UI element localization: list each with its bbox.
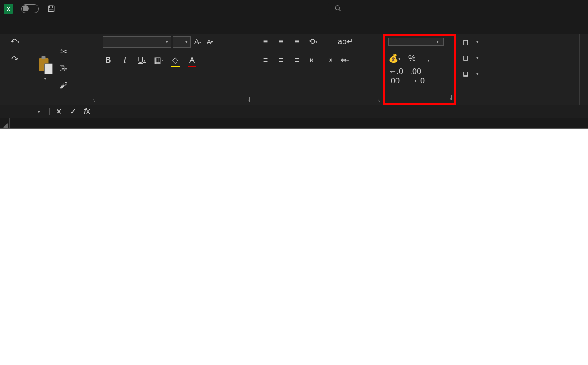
tab-home[interactable]: [21, 23, 37, 29]
svg-rect-6: [42, 56, 46, 59]
ribbon-tabs: [0, 18, 588, 34]
undo-button[interactable]: ↶: [10, 36, 20, 47]
tab-formulas[interactable]: [69, 23, 85, 29]
left-align-icon[interactable]: ≡: [260, 55, 271, 65]
group-undo: ↶ ↷: [0, 34, 30, 105]
orientation-icon[interactable]: ⟲: [308, 36, 318, 47]
fx-icon[interactable]: fx: [82, 106, 92, 117]
format-as-table-icon: ▦: [461, 54, 469, 62]
percent-format-icon[interactable]: %: [407, 53, 417, 64]
font-color-button[interactable]: A: [187, 55, 197, 65]
tab-help[interactable]: [132, 23, 148, 29]
tab-review[interactable]: [101, 23, 117, 29]
group-alignment: ≡ ≡ ≡ ⟲ ab↵ ≡ ≡ ≡ ⇤ ⇥ ⇔: [253, 34, 383, 105]
tab-file[interactable]: [5, 23, 21, 29]
underline-button[interactable]: U: [136, 55, 147, 65]
tab-page-layout[interactable]: [53, 23, 69, 29]
group-number-label: [388, 99, 451, 102]
cut-icon[interactable]: ✂: [58, 46, 69, 57]
middle-align-icon[interactable]: ≡: [276, 36, 286, 47]
increase-decimal-icon[interactable]: ←.0.00: [388, 67, 403, 86]
right-align-icon[interactable]: ≡: [292, 55, 302, 65]
search-input[interactable]: [328, 2, 540, 15]
group-undo-label: [4, 101, 25, 104]
group-styles: ▦ ▾ ▦ ▾ ▦ ▾: [456, 34, 580, 105]
cell-styles-button[interactable]: ▦ ▾: [460, 68, 479, 79]
center-align-icon[interactable]: ≡: [276, 55, 286, 65]
svg-line-4: [339, 9, 340, 11]
clipboard-launcher[interactable]: [90, 97, 95, 102]
tab-insert[interactable]: [37, 23, 53, 29]
increase-font-icon[interactable]: A▴: [192, 37, 203, 47]
font-name-select[interactable]: ▾: [103, 36, 171, 48]
group-font-label: [103, 101, 248, 104]
comma-format-icon[interactable]: ,: [423, 53, 434, 64]
toggle-icon[interactable]: [21, 4, 39, 13]
tab-view[interactable]: [117, 23, 132, 29]
svg-rect-2: [49, 9, 53, 12]
titlebar: X: [0, 0, 588, 18]
conditional-formatting-icon: ▦: [461, 38, 469, 46]
column-headers: [0, 118, 588, 129]
svg-point-3: [335, 6, 339, 10]
group-clipboard: ✂ ⎘ 🖌: [30, 34, 98, 105]
tab-data[interactable]: [85, 23, 101, 29]
decrease-decimal-icon[interactable]: .00→.0: [410, 67, 425, 86]
top-align-icon[interactable]: ≡: [260, 36, 271, 47]
paste-button[interactable]: [34, 55, 56, 83]
svg-rect-1: [49, 6, 52, 8]
autosave-toggle[interactable]: [19, 4, 41, 13]
decrease-font-icon[interactable]: A▾: [205, 37, 215, 47]
redo-button[interactable]: ↷: [10, 54, 20, 64]
sheet-area: [0, 118, 588, 365]
group-font: ▾ ▾ A▴ A▾ B I U ▦ ◇ A: [98, 34, 253, 105]
group-number: ▾ 💰 % , ←.0.00 .00→.0: [383, 34, 456, 105]
accounting-format-icon[interactable]: 💰: [388, 53, 400, 64]
enter-formula-icon[interactable]: ✓: [68, 106, 78, 117]
alignment-launcher[interactable]: [375, 97, 380, 102]
ribbon: ↶ ↷ ✂ ⎘ 🖌 ▾ ▾: [0, 34, 588, 105]
save-icon[interactable]: [46, 4, 57, 14]
fill-color-button[interactable]: ◇: [170, 55, 181, 65]
bold-button[interactable]: B: [103, 55, 113, 65]
group-alignment-label: [257, 101, 378, 104]
number-launcher[interactable]: [446, 95, 452, 100]
conditional-formatting-button[interactable]: ▦ ▾: [460, 36, 479, 48]
group-styles-label: [460, 101, 575, 104]
format-as-table-button[interactable]: ▦ ▾: [460, 52, 479, 64]
format-painter-icon[interactable]: 🖌: [58, 80, 69, 90]
svg-rect-7: [45, 64, 53, 74]
name-box[interactable]: ▾: [0, 105, 44, 118]
number-format-select[interactable]: ▾: [388, 38, 444, 46]
search-icon: [335, 5, 342, 13]
copy-icon[interactable]: ⎘: [58, 63, 69, 74]
wrap-text-icon[interactable]: ab↵: [338, 36, 353, 47]
select-all-button[interactable]: [0, 118, 10, 128]
font-size-select[interactable]: ▾: [173, 36, 191, 48]
italic-button[interactable]: I: [120, 55, 130, 65]
border-button[interactable]: ▦: [153, 55, 164, 65]
font-launcher[interactable]: [245, 97, 250, 102]
increase-indent-icon[interactable]: ⇥: [324, 55, 334, 65]
bottom-align-icon[interactable]: ≡: [292, 36, 302, 47]
decrease-indent-icon[interactable]: ⇤: [308, 55, 318, 65]
paste-label: [44, 75, 46, 82]
excel-logo-icon: X: [4, 4, 13, 14]
cancel-formula-icon[interactable]: ✕: [53, 106, 64, 117]
name-box-dropdown-icon[interactable]: ▾: [38, 109, 40, 114]
group-clipboard-label: [34, 101, 94, 104]
formula-bar: ▾ ✕ ✓ fx: [0, 105, 588, 118]
cell-styles-icon: ▦: [461, 70, 469, 78]
merge-center-icon[interactable]: ⇔: [339, 55, 350, 65]
